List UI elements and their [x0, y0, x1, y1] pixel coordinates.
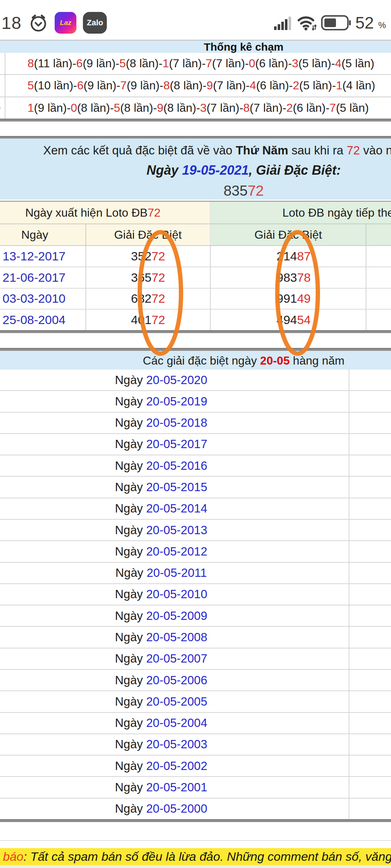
row-label: Ngày [115, 716, 146, 729]
separator-text: - [289, 79, 293, 92]
warning-text: : Tất cả spam bán số đều là lừa đảo. Nhữ… [24, 850, 391, 864]
list-item: Ngày 20-05-2018 [0, 413, 391, 434]
year-link[interactable]: 20-05-2014 [146, 502, 207, 515]
prize-suffix: 87 [297, 249, 311, 263]
year-link[interactable]: 20-05-2017 [146, 437, 207, 451]
result-table-body: 13-12-2017352722148721-06-20173657298378… [0, 245, 391, 330]
year-link[interactable]: 20-05-2005 [146, 695, 207, 708]
year-link[interactable]: 20-05-2020 [146, 373, 207, 387]
year-link[interactable]: 20-05-2011 [147, 566, 207, 579]
column-header-prize: Giải Đặc Biệt [211, 224, 366, 245]
year-link[interactable]: 20-05-2010 [146, 587, 207, 601]
header-loto-appeared: Ngày xuất hiện Loto ĐB 72 [0, 202, 211, 224]
cham-count: (9 lần) [127, 79, 160, 92]
cham-digit: 5 [28, 79, 34, 92]
result-date-cell: 13-12-2017 [0, 246, 86, 267]
year-link[interactable]: 20-05-2001 [146, 780, 207, 794]
section-separator [0, 119, 391, 122]
cham-stats-table: 8 (11 lần) - 6 (9 lần) - 5 (8 lần) - 1 (… [0, 53, 391, 119]
separator-text: - [203, 79, 207, 92]
divider-line [0, 840, 391, 841]
cham-count: (7 lần) [213, 79, 246, 92]
info-date-line: Ngày 19-05-2021, Giải Đặc Biệt: [0, 161, 391, 179]
cham-digit: 1 [163, 57, 169, 70]
annual-row-text: Ngày 20-05-2000 [0, 802, 322, 816]
separator-text: - [160, 79, 164, 92]
row-label: Ngày [115, 373, 146, 387]
empty-cell [366, 310, 391, 330]
info-prize-number: 83572 [0, 182, 391, 200]
title-date: 20-05 [260, 354, 290, 367]
prize-cell: 36572 [86, 267, 211, 288]
bottom-strip [0, 865, 391, 868]
cham-count: (8 lần) [170, 79, 203, 92]
year-link[interactable]: 20-05-2012 [146, 545, 207, 558]
year-link[interactable]: 20-05-2016 [146, 459, 207, 472]
cham-count: (7 lần) [212, 57, 245, 70]
prize-suffix: 72 [248, 183, 264, 199]
year-link[interactable]: 20-05-2000 [146, 802, 207, 815]
cham-count: (8 lần) [77, 101, 110, 115]
cham-count: (9 lần) [34, 101, 67, 115]
empty-cell [366, 246, 391, 267]
annual-row-text: Ngày 20-05-2011 [0, 566, 322, 580]
row-label: Ngày [115, 523, 146, 537]
special-result-info: Xem các kết quả đặc biệt đã về vào Thứ N… [0, 139, 391, 200]
annual-row-text: Ngày 20-05-2013 [0, 523, 322, 537]
result-date-link[interactable]: 25-08-2004 [3, 313, 66, 327]
info-text: Ngày [147, 163, 182, 178]
separator-text: - [67, 101, 71, 115]
cham-digit: 4 [250, 79, 256, 92]
result-date-cell: 21-06-2017 [0, 267, 86, 288]
result-date-link[interactable]: 21-06-2017 [3, 271, 66, 285]
annual-list-header: Các giải đặc biệt ngày 20-05 hàng năm [0, 351, 391, 370]
result-date-link[interactable]: 03-03-2010 [3, 292, 66, 306]
zalo-app-icon: Zalo [83, 12, 107, 34]
annual-row-text: Ngày 20-05-2016 [0, 459, 322, 473]
year-link[interactable]: 20-05-2003 [146, 737, 207, 751]
cham-digit: 0 [71, 101, 77, 115]
year-link[interactable]: 20-05-2002 [146, 759, 207, 773]
result-date-link[interactable]: 13-12-2017 [3, 249, 66, 263]
cham-digit: 3 [200, 101, 207, 115]
year-link[interactable]: 20-05-2009 [146, 609, 207, 622]
cham-digit: 5 [119, 57, 126, 70]
separator-text: - [282, 101, 286, 115]
list-item: Ngày 20-05-2005 [0, 691, 391, 712]
cham-digit: 8 [28, 57, 34, 70]
year-link[interactable]: 20-05-2008 [146, 630, 207, 644]
row-label: Ngày [115, 566, 147, 579]
annual-row-text: Ngày 20-05-2002 [0, 759, 322, 773]
year-link[interactable]: 20-05-2007 [146, 652, 207, 665]
year-link[interactable]: 20-05-2018 [146, 416, 207, 429]
cham-count: (11 lần) [34, 57, 72, 70]
year-link[interactable]: 20-05-2006 [146, 673, 207, 687]
info-date-link[interactable]: 19-05-2021 [182, 163, 249, 178]
lottery-stats-page: 18 Laz Zalo [0, 0, 391, 868]
info-text: , Giải Đặc Biệt: [249, 163, 341, 178]
list-item: Ngày 20-05-2011 [0, 563, 391, 584]
year-link[interactable]: 20-05-2019 [146, 395, 207, 408]
cut-off-digit: 0 [0, 101, 1, 115]
prize-cell: 21487 [211, 246, 366, 267]
cham-count: (7 lần) [206, 101, 239, 115]
annual-row-text: Ngày 20-05-2006 [0, 673, 322, 687]
prize-suffix: 54 [297, 313, 311, 327]
prize-prefix: 983 [277, 271, 297, 285]
spam-warning-banner: báo: Tất cả spam bán số đều là lừa đảo. … [0, 848, 391, 865]
list-item: Ngày 20-05-2013 [0, 520, 391, 541]
row-label: Ngày [115, 545, 146, 558]
separator-text: - [325, 101, 329, 115]
annual-row-text: Ngày 20-05-2007 [0, 652, 322, 665]
lazada-app-icon: Laz [55, 12, 76, 34]
annual-row-text: Ngày 20-05-2018 [0, 416, 322, 430]
separator-text: - [116, 79, 120, 92]
cham-digit: 8 [243, 101, 250, 115]
year-link[interactable]: 20-05-2004 [146, 716, 207, 729]
year-link[interactable]: 20-05-2015 [146, 480, 207, 494]
year-link[interactable]: 20-05-2013 [146, 523, 207, 537]
title-text: hàng năm [290, 354, 344, 367]
cham-digit: 7 [206, 57, 212, 70]
info-weekday: Thứ Năm [236, 144, 288, 157]
cham-count: (6 lần) [293, 101, 326, 115]
